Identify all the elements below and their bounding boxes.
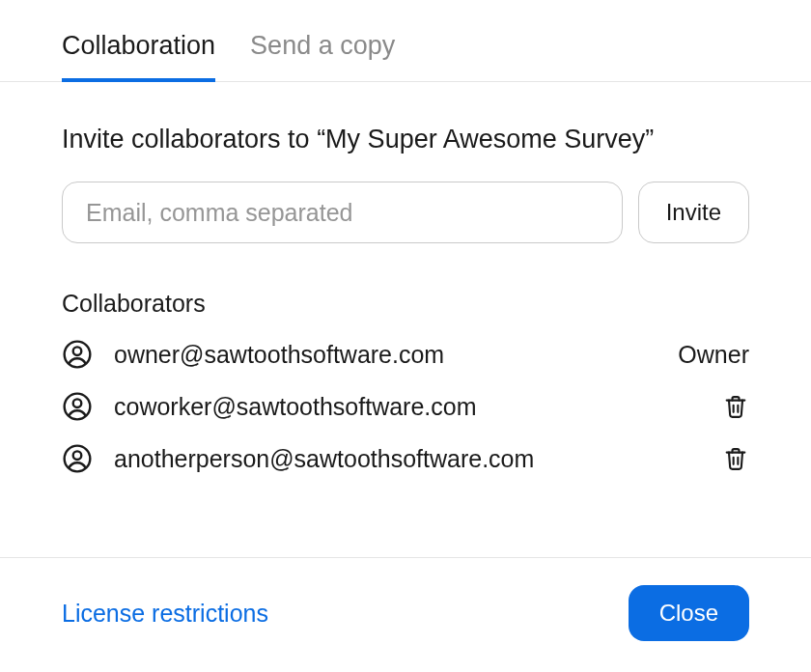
remove-collaborator-button[interactable] [722,393,749,420]
tab-send-copy[interactable]: Send a copy [250,31,395,82]
collaborator-role: Owner [678,341,749,369]
invite-row: Invite [62,182,749,243]
invite-button[interactable]: Invite [638,182,749,243]
dialog-tabs: Collaboration Send a copy [0,0,811,82]
collaborator-row: anotherperson@sawtoothsoftware.com [62,443,749,474]
collaborators-heading: Collaborators [62,290,749,318]
collaborator-row: coworker@sawtoothsoftware.com [62,391,749,422]
collaborator-row: owner@sawtoothsoftware.com Owner [62,339,749,370]
dialog-footer: License restrictions Close [0,557,811,672]
svg-point-1 [73,347,82,355]
dialog-content: Invite collaborators to “My Super Awesom… [0,82,811,557]
invite-heading: Invite collaborators to “My Super Awesom… [62,125,749,154]
trash-icon [722,393,749,420]
email-input[interactable] [62,182,623,243]
person-icon [62,339,93,370]
collaboration-dialog: Collaboration Send a copy Invite collabo… [0,0,811,672]
collaborators-list: owner@sawtoothsoftware.com Owner coworke… [62,339,749,474]
person-icon [62,391,93,422]
tab-collaboration[interactable]: Collaboration [62,31,215,82]
svg-point-3 [73,399,82,407]
remove-collaborator-button[interactable] [722,445,749,472]
trash-icon [722,445,749,472]
collaborator-email: coworker@sawtoothsoftware.com [114,393,701,421]
license-restrictions-link[interactable]: License restrictions [62,600,268,628]
svg-point-5 [73,451,82,460]
collaborator-email: anotherperson@sawtoothsoftware.com [114,445,701,473]
collaborator-email: owner@sawtoothsoftware.com [114,341,657,369]
person-icon [62,443,93,474]
close-button[interactable]: Close [629,585,749,641]
